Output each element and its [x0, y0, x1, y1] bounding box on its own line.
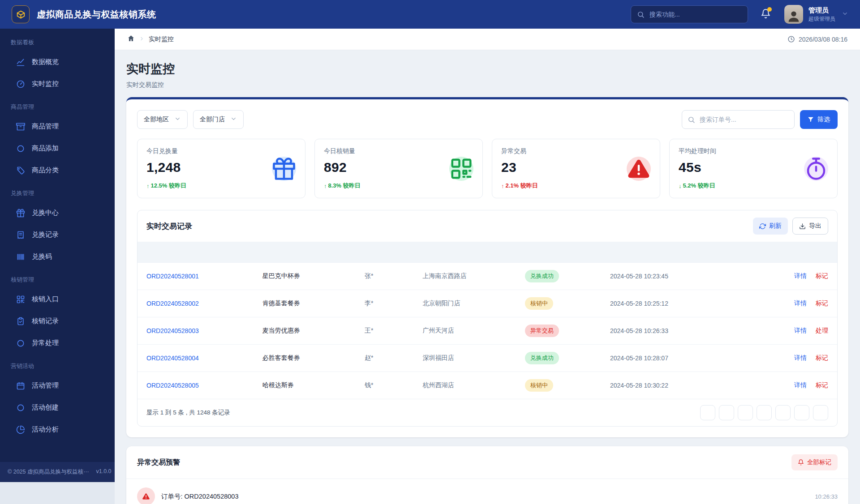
table-row: ORD20240528002 肯德基套餐券 李* 北京朝阳门店 核销中 2024… [138, 290, 837, 317]
sidebar-item-label: 核销入口 [32, 295, 59, 303]
flag-link[interactable]: 标记 [816, 354, 828, 361]
status-cell: 核销中 [525, 297, 610, 310]
store-select[interactable]: 全部门店 [193, 110, 244, 129]
sidebar-item[interactable]: 异常处理 [0, 332, 115, 354]
refresh-button[interactable]: 刷新 [753, 218, 788, 235]
detail-link[interactable]: 详情 [794, 381, 807, 389]
user-menu-toggle[interactable] [842, 10, 848, 19]
export-button[interactable]: 导出 [792, 218, 828, 235]
order-id-link[interactable]: ORD20240528001 [146, 273, 262, 280]
sidebar-section-label: 数据看板 [0, 30, 115, 51]
sidebar-item[interactable]: 核销记录 [0, 310, 115, 332]
flag-link[interactable]: 标记 [816, 381, 828, 389]
sidebar-item[interactable]: 活动分析 [0, 419, 115, 440]
detail-link[interactable]: 详情 [794, 354, 807, 361]
user-cell: 王* [365, 327, 422, 335]
status-badge: 兑换成功 [525, 352, 559, 364]
status-cell: 兑换成功 [525, 352, 610, 364]
order-search[interactable] [682, 110, 795, 129]
stat-card: 异常交易 23 ↑ 2.1% 较昨日 [492, 139, 660, 198]
actions-cell: 详情 标记 [753, 272, 828, 280]
avatar[interactable] [784, 5, 803, 24]
sidebar-section-label: 商品管理 [0, 95, 115, 115]
page-button[interactable] [700, 405, 715, 420]
actions-cell: 详情 处理 [753, 327, 828, 335]
clipboard-check-icon [16, 317, 25, 326]
sidebar-item[interactable]: 兑换中心 [0, 202, 115, 224]
page-button[interactable] [794, 405, 809, 420]
table-title: 实时交易记录 [146, 221, 192, 231]
stat-card: 平均处理时间 45s ↓ 5.2% 较昨日 [669, 139, 838, 198]
flag-link[interactable]: 标记 [816, 272, 828, 279]
barcode-icon [16, 252, 25, 261]
sidebar-item[interactable]: 兑换码 [0, 246, 115, 268]
user-icon [786, 9, 801, 24]
order-id-link[interactable]: ORD20240528002 [146, 300, 262, 307]
sidebar-item[interactable]: 活动创建 [0, 397, 115, 419]
detail-link[interactable]: 详情 [794, 299, 807, 307]
page-button[interactable] [813, 405, 828, 420]
product-name: 必胜客套餐券 [262, 354, 365, 362]
stat-delta: ↑ 8.3% 较昨日 [324, 182, 361, 190]
search-icon [688, 116, 695, 124]
filter-button[interactable]: 筛选 [800, 110, 838, 129]
user-meta: 管理员 超级管理员 [808, 6, 835, 22]
page-button[interactable] [738, 405, 753, 420]
sidebar-section: 商品管理 商品管理 商品添加 商品分类 [0, 95, 115, 181]
detail-link[interactable]: 详情 [794, 327, 807, 334]
status-cell: 异常交易 [525, 325, 610, 337]
user-cell: 赵* [365, 354, 422, 362]
bell-icon [798, 459, 804, 466]
page-button[interactable] [719, 405, 734, 420]
order-id-link[interactable]: ORD20240528004 [146, 355, 262, 362]
global-search[interactable] [631, 5, 748, 23]
sidebar-item[interactable]: 商品管理 [0, 115, 115, 137]
chevron-down-icon [174, 115, 181, 124]
flag-link[interactable]: 处理 [816, 327, 828, 334]
flag-link[interactable]: 标记 [816, 299, 828, 307]
global-search-input[interactable] [649, 10, 742, 18]
home-icon[interactable] [127, 34, 135, 44]
sidebar-footer: © 2025 虚拟商品兑换与权益核⋯ v1.0.0 [0, 462, 115, 482]
sidebar-section: 营销活动 活动管理 活动创建 活动分析 [0, 354, 115, 440]
sidebar-item[interactable]: 活动管理 [0, 375, 115, 397]
stat-delta: ↑ 12.5% 较昨日 [146, 182, 186, 190]
stat-label: 平均处理时间 [679, 147, 716, 155]
calendar-icon [16, 381, 25, 390]
actions-cell: 详情 标记 [753, 354, 828, 362]
page-title: 实时监控 [126, 61, 848, 77]
transactions-section: 实时交易记录 刷新 导出 [137, 210, 838, 427]
notifications-button[interactable] [761, 9, 771, 21]
order-id-link[interactable]: ORD20240528003 [146, 327, 262, 334]
user-cell: 张* [365, 272, 422, 280]
sidebar-item[interactable]: 商品分类 [0, 159, 115, 181]
mark-all-button[interactable]: 全部标记 [791, 454, 838, 470]
page-button[interactable] [757, 405, 772, 420]
product-name: 麦当劳优惠券 [262, 327, 365, 335]
sidebar-item-label: 商品添加 [32, 144, 59, 153]
content-area: 实时监控 实时交易监控 全部地区 全部门店 [115, 50, 860, 504]
detail-link[interactable]: 详情 [794, 272, 807, 279]
time-cell: 2024-05-28 10:28:07 [610, 355, 753, 362]
qr-icon [16, 295, 25, 304]
region-select[interactable]: 全部地区 [137, 110, 188, 129]
sidebar-item[interactable]: 实时监控 [0, 73, 115, 95]
funnel-icon [808, 116, 814, 123]
sidebar-item[interactable]: 商品添加 [0, 137, 115, 159]
warning-icon [137, 487, 155, 504]
sidebar-item-label: 异常处理 [32, 339, 59, 347]
time-cell: 2024-05-28 10:30:22 [610, 382, 753, 389]
sidebar-item[interactable]: 兑换记录 [0, 224, 115, 246]
sidebar-item[interactable]: 数据概览 [0, 51, 115, 73]
pagination: 显示 1 到 5 条 , 共 1248 条记录 [138, 399, 837, 426]
order-search-input[interactable] [699, 115, 789, 124]
page-button[interactable] [775, 405, 791, 420]
alerts-title: 异常交易预警 [137, 458, 180, 467]
chevron-down-icon [842, 10, 848, 17]
user-role: 超级管理员 [808, 16, 835, 22]
stat-value: 45s [679, 160, 716, 175]
time-cell: 2024-05-28 10:25:12 [610, 300, 753, 307]
actions-cell: 详情 标记 [753, 299, 828, 308]
order-id-link[interactable]: ORD20240528005 [146, 382, 262, 389]
sidebar-item[interactable]: 核销入口 [0, 288, 115, 310]
